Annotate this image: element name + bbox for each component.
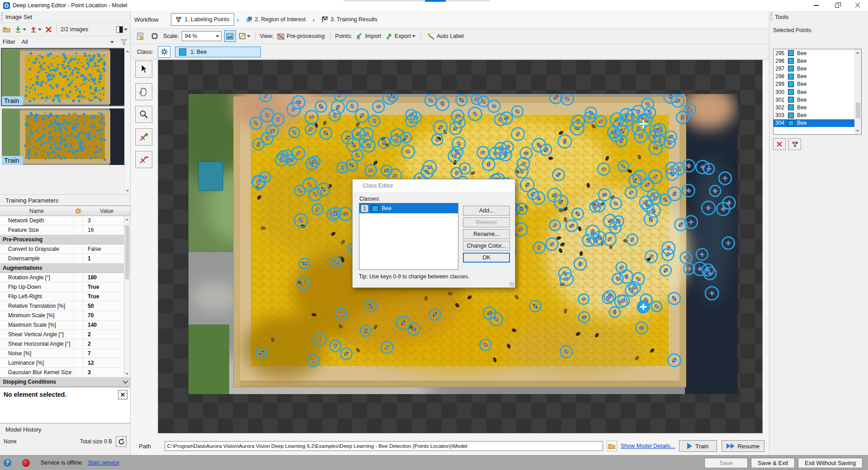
maximize-button[interactable] [826, 0, 847, 11]
add-point-tool-button[interactable] [135, 128, 152, 146]
remove-point-tool-button[interactable] [135, 151, 152, 168]
change-color-button[interactable]: Change Color... [463, 241, 510, 251]
selected-point-item[interactable]: 302Bee [774, 103, 861, 111]
import-images-button[interactable] [14, 24, 27, 35]
table-row[interactable]: Feature Size16 [0, 226, 130, 235]
table-row[interactable]: Convert to GrayscaleFalse [0, 244, 130, 254]
table-row[interactable]: Noise [%]7 [0, 349, 130, 358]
thumbnail-scrollbar[interactable] [124, 48, 130, 194]
refresh-history-button[interactable] [116, 436, 127, 447]
save-exit-button[interactable]: Save & Exit [751, 458, 795, 468]
zoom-tool-button[interactable] [135, 106, 152, 123]
canvas-toolbar: Scale: 94 % View: Pre-processing [131, 28, 769, 44]
table-scrollbar[interactable] [124, 216, 130, 377]
selected-point-item[interactable]: 304Bee [774, 119, 861, 127]
scroll-thumb[interactable] [856, 103, 860, 118]
selected-class-chip[interactable]: 1: Bee [175, 47, 261, 57]
point-classes-button[interactable] [788, 138, 801, 150]
thumbnail-train-1[interactable]: Train [2, 49, 126, 105]
table-row[interactable]: Flip Left-RightTrue [0, 292, 130, 301]
fit-to-window-button[interactable] [224, 30, 236, 42]
table-section-row[interactable]: Stopping Conditions [0, 377, 130, 387]
help-icon[interactable]: ? [4, 459, 11, 467]
class-editor-button[interactable] [158, 46, 170, 58]
table-row[interactable]: Network Depth3 [0, 216, 130, 226]
minimize-button[interactable] [806, 0, 826, 11]
status-bar: ? Service is offline. Start service Save… [0, 455, 868, 470]
tab-labeling-points[interactable]: 1. Labeling Points [171, 13, 234, 26]
points-scrollbar[interactable] [854, 49, 861, 134]
table-row[interactable]: Maximum Scale [%]140 [0, 320, 130, 330]
selected-point-item[interactable]: 299Bee [774, 80, 861, 88]
tab-region-of-interest[interactable]: 2. Region of Interest [242, 13, 310, 26]
selected-point-item[interactable]: 298Bee [774, 73, 861, 80]
table-row[interactable]: Gaussian Blur Kernel Size [...3 [0, 368, 130, 377]
selected-points-list[interactable]: 295Bee296Bee297Bee298Bee299Bee300Bee301B… [773, 49, 862, 135]
image-count-label: 2/2 images [61, 26, 88, 33]
ok-button[interactable]: OK [463, 253, 510, 263]
resize-grip[interactable] [509, 282, 514, 287]
export-images-button[interactable] [29, 24, 42, 35]
model-history-total-size: Total size 0 B [80, 438, 112, 445]
display-mode-button[interactable] [115, 24, 128, 35]
train-button[interactable]: Train [679, 440, 717, 452]
rename-class-button[interactable]: Rename... [463, 229, 510, 239]
add-images-button[interactable] [2, 24, 12, 35]
model-path-input[interactable]: C:\ProgramData\Aurora Vision\Aurora Visi… [165, 441, 603, 451]
delete-image-button[interactable] [44, 24, 53, 35]
classes-listbox[interactable]: 1 Bee [359, 203, 458, 270]
remove-class-button[interactable]: Remove [463, 217, 510, 227]
browse-path-button[interactable] [607, 441, 617, 451]
table-row[interactable]: Shear Horizontal Angle [°]2 [0, 339, 130, 349]
selected-point-item[interactable]: 303Bee [774, 112, 861, 119]
table-row[interactable]: Relative Translation [%]50 [0, 301, 130, 311]
table-row[interactable]: Minimum Scale [%]70 [0, 311, 130, 320]
selected-point-item[interactable]: 297Bee [774, 65, 861, 72]
point-color-swatch [788, 97, 794, 103]
resume-button[interactable]: Resume [722, 440, 764, 452]
report-button[interactable] [134, 30, 146, 42]
show-model-details-link[interactable]: Show Model Details... [621, 443, 675, 449]
tools-header: Tools [769, 11, 868, 23]
table-row[interactable]: Shear Vertical Angle [°]2 [0, 330, 130, 339]
scroll-thumb[interactable] [125, 225, 129, 279]
selected-point-item[interactable]: 295Bee [774, 49, 861, 57]
selected-point-item[interactable]: 300Bee [774, 88, 861, 96]
thumbnail-train-2[interactable]: Train [2, 108, 126, 165]
close-button[interactable] [847, 0, 868, 11]
play-icon [687, 443, 692, 449]
filter-select[interactable]: All [20, 38, 116, 47]
tab-training-results[interactable]: 3. Training Results [317, 13, 382, 26]
clear-roi-button[interactable] [239, 30, 250, 42]
roi-icon [246, 16, 252, 23]
delete-point-button[interactable] [773, 138, 786, 150]
table-row[interactable]: Downsample1 [0, 254, 130, 263]
pan-tool-button[interactable] [135, 83, 152, 100]
add-class-button[interactable]: Add... [463, 206, 510, 216]
class-list-item[interactable]: 1 Bee [359, 203, 458, 213]
table-row[interactable]: Luminance [%]12 [0, 358, 130, 368]
auto-label-label: Auto Label [437, 33, 464, 39]
table-section-row[interactable]: Augmentations [0, 263, 130, 273]
auto-label-button[interactable]: Auto Label [426, 31, 465, 42]
save-button[interactable]: Save [704, 458, 748, 468]
table-row[interactable]: Flip Up-DownTrue [0, 282, 130, 292]
start-service-link[interactable]: Start service [88, 460, 119, 466]
select-tool-button[interactable] [135, 61, 152, 78]
grid-settings-button[interactable] [149, 30, 160, 42]
table-section-row[interactable]: Pre-Processing [0, 235, 130, 244]
workflow-label: Workflow [134, 16, 158, 23]
selected-point-item[interactable]: 296Bee [774, 57, 861, 65]
point-color-swatch [788, 50, 794, 56]
table-row[interactable]: Rotation Angle [°]180 [0, 273, 130, 282]
import-points-label: Import [365, 33, 381, 39]
import-points-button[interactable]: Import [355, 31, 382, 42]
selected-point-item[interactable]: 301Bee [774, 96, 861, 103]
tab-label: 1. Labeling Points [184, 16, 229, 23]
preprocessing-toggle[interactable]: Pre-processing [276, 31, 326, 42]
exit-without-saving-button[interactable]: Exit Without Saving [798, 458, 863, 468]
flag-icon [321, 16, 328, 23]
clear-selection-button[interactable]: ✕ [118, 390, 127, 400]
scale-combobox[interactable]: 94 % [182, 31, 222, 41]
export-points-button[interactable]: Export [385, 31, 416, 42]
